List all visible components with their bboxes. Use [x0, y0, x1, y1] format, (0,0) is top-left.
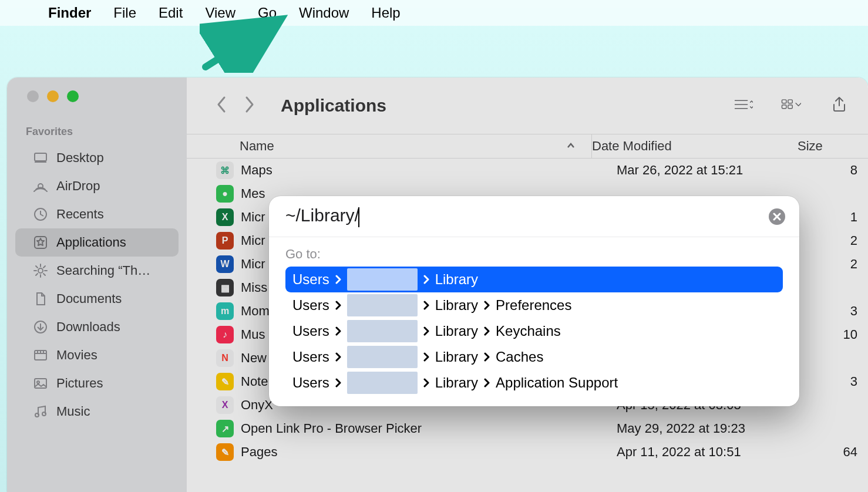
path-segment: Keychains	[496, 323, 561, 339]
file-row[interactable]: ↗ Open Link Pro - Browser Picker May 29,…	[187, 417, 868, 440]
goto-path-input[interactable]: ~/Library/	[285, 205, 769, 227]
goto-path-value: ~/Library/	[285, 205, 359, 225]
sidebar-item-apps[interactable]: Applications	[15, 228, 179, 257]
file-name: Maps	[241, 163, 617, 178]
goto-label: Go to:	[285, 247, 783, 262]
pictures-icon	[33, 376, 48, 391]
path-segment: Application Support	[496, 375, 618, 391]
app-icon: N	[216, 349, 234, 367]
forward-button[interactable]	[241, 95, 258, 116]
svg-point-6	[38, 268, 43, 273]
window-close-button[interactable]	[27, 90, 39, 102]
menu-help[interactable]: Help	[371, 5, 400, 21]
app-icon: X	[216, 208, 234, 226]
app-icon: ↗	[216, 420, 234, 437]
sort-ascending-icon	[566, 139, 576, 154]
column-date[interactable]: Date Modified	[592, 139, 798, 154]
svg-point-15	[35, 413, 39, 417]
file-row[interactable]: ⌘ Maps Mar 26, 2022 at 15:21 8	[187, 159, 868, 182]
airdrop-icon	[33, 178, 48, 194]
app-icon: P	[216, 232, 234, 250]
path-segment: Users	[292, 271, 329, 288]
app-icon: m	[216, 302, 234, 320]
column-name[interactable]: Name	[240, 134, 592, 159]
svg-rect-13	[35, 379, 46, 388]
group-button[interactable]	[781, 96, 801, 116]
path-segment: Caches	[496, 349, 543, 365]
desktop-icon	[33, 150, 48, 166]
window-zoom-button[interactable]	[67, 90, 79, 102]
menu-window[interactable]: Window	[299, 5, 349, 21]
back-button[interactable]	[213, 95, 230, 116]
redacted-username	[347, 320, 418, 342]
file-size: 1	[822, 210, 857, 225]
sidebar-item-movies[interactable]: Movies	[15, 341, 179, 369]
svg-rect-23	[788, 105, 792, 108]
clear-button[interactable]	[769, 208, 785, 225]
menu-view[interactable]: View	[205, 5, 235, 21]
movies-icon	[33, 348, 48, 363]
redacted-username	[347, 294, 418, 316]
sidebar-item-label: AirDrop	[56, 178, 100, 194]
share-button[interactable]	[829, 96, 849, 116]
sidebar-item-doc[interactable]: Documents	[15, 285, 179, 313]
goto-suggestion[interactable]: UsersLibraryApplication Support	[285, 370, 783, 396]
sidebar-item-gear[interactable]: Searching “Th…	[15, 257, 179, 285]
redacted-username	[347, 372, 418, 394]
path-segment: Users	[292, 349, 329, 365]
sidebar-item-label: Desktop	[56, 150, 104, 166]
sidebar-item-pictures[interactable]: Pictures	[15, 369, 179, 397]
menubar: Finder File Edit View Go Window Help	[0, 0, 868, 26]
svg-line-0	[206, 22, 276, 67]
sidebar-item-music[interactable]: Music	[15, 397, 179, 426]
file-row[interactable]: ✎ Pages Apr 11, 2022 at 10:51 64	[187, 440, 868, 464]
app-icon: X	[216, 396, 234, 414]
sidebar-item-label: Documents	[56, 291, 122, 306]
sidebar-item-label: Searching “Th…	[56, 263, 150, 278]
menu-file[interactable]: File	[113, 5, 136, 21]
file-size: 10	[822, 327, 857, 342]
sidebar-item-recents[interactable]: Recents	[15, 200, 179, 228]
goto-suggestion[interactable]: UsersLibraryKeychains	[285, 318, 783, 344]
sidebar-item-label: Pictures	[56, 376, 103, 391]
goto-suggestion[interactable]: UsersLibrary	[285, 267, 783, 292]
sidebar-section-label: Favorites	[7, 126, 187, 144]
goto-suggestion[interactable]: UsersLibraryPreferences	[285, 292, 783, 318]
file-size: 2	[822, 257, 857, 272]
app-icon: ✎	[216, 373, 234, 390]
doc-icon	[33, 291, 48, 306]
window-minimize-button[interactable]	[47, 90, 59, 102]
menu-edit[interactable]: Edit	[159, 5, 183, 21]
file-date: Mar 26, 2022 at 15:21	[617, 163, 822, 178]
path-segment: Library	[435, 297, 478, 314]
toolbar: Applications	[187, 77, 868, 134]
column-name-label: Name	[240, 139, 274, 154]
file-date: May 29, 2022 at 19:23	[617, 421, 822, 436]
sidebar-item-desktop[interactable]: Desktop	[15, 144, 179, 172]
download-icon	[33, 319, 48, 335]
sidebar-item-download[interactable]: Downloads	[15, 313, 179, 341]
sidebar-item-label: Music	[56, 404, 90, 419]
goto-dialog: ~/Library/ Go to: UsersLibraryUsersLibra…	[269, 196, 799, 406]
sidebar-item-airdrop[interactable]: AirDrop	[15, 172, 179, 200]
sidebar-item-label: Applications	[56, 235, 126, 250]
svg-rect-1	[35, 153, 46, 161]
view-list-button[interactable]	[733, 96, 753, 116]
recents-icon	[33, 207, 48, 222]
svg-rect-22	[782, 105, 786, 108]
app-icon: W	[216, 255, 234, 273]
file-date: Apr 11, 2022 at 10:51	[617, 444, 822, 460]
column-header: Name Date Modified Size	[187, 134, 868, 159]
menu-go[interactable]: Go	[258, 5, 277, 21]
column-size[interactable]: Size	[798, 139, 833, 154]
goto-suggestion[interactable]: UsersLibraryCaches	[285, 344, 783, 370]
path-segment: Library	[435, 375, 478, 391]
app-menu[interactable]: Finder	[48, 5, 91, 21]
redacted-username	[347, 268, 418, 291]
path-segment: Library	[435, 323, 478, 339]
file-name: Open Link Pro - Browser Picker	[241, 421, 617, 436]
app-icon: ●	[216, 185, 234, 203]
file-size: 64	[822, 444, 857, 460]
app-icon: ▦	[216, 279, 234, 296]
window-controls	[7, 90, 187, 102]
